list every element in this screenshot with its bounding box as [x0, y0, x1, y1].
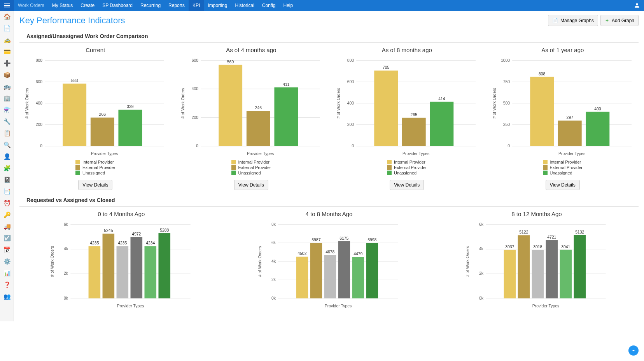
bar[interactable] — [219, 65, 242, 146]
bar[interactable] — [63, 84, 86, 146]
sidebar-icon-18[interactable]: 🚚 — [4, 223, 10, 230]
sidebar-icon-1[interactable]: 📄 — [4, 25, 10, 32]
view-details-button[interactable]: View Details — [234, 180, 268, 190]
sidebar-icon-15[interactable]: 📑 — [4, 188, 10, 195]
svg-text:0: 0 — [196, 144, 198, 148]
bar[interactable] — [366, 243, 378, 298]
plus-icon: ＋ — [605, 17, 609, 24]
legend-item[interactable]: Unassigned — [231, 171, 271, 175]
legend-item[interactable]: Internal Provider — [231, 160, 271, 164]
legend-item[interactable]: External Provider — [75, 165, 115, 170]
svg-text:0: 0 — [352, 144, 354, 148]
sidebar-icon-21[interactable]: ⚙️ — [4, 258, 10, 265]
add-graph-button[interactable]: ＋ Add Graph — [600, 15, 639, 26]
bar[interactable] — [532, 250, 544, 298]
bar[interactable] — [560, 250, 572, 298]
user-icon[interactable] — [630, 3, 644, 8]
bar[interactable] — [296, 257, 308, 298]
bar[interactable] — [558, 120, 581, 146]
sidebar-icon-4[interactable]: ➕ — [4, 60, 10, 67]
nav-item-importing[interactable]: Importing — [204, 0, 231, 11]
svg-text:# of Work Orders: # of Work Orders — [180, 88, 185, 119]
nav-item-my-status[interactable]: My Status — [48, 0, 77, 11]
sidebar-icon-0[interactable]: 🏠 — [4, 13, 10, 20]
nav-item-historical[interactable]: Historical — [231, 0, 258, 11]
bar[interactable] — [246, 111, 270, 146]
legend-item[interactable]: Unassigned — [387, 171, 427, 175]
bar[interactable] — [91, 118, 114, 146]
legend-item[interactable]: Internal Provider — [543, 160, 583, 164]
bar[interactable] — [518, 235, 530, 298]
bar[interactable] — [274, 87, 298, 146]
bar[interactable] — [338, 241, 350, 298]
bar[interactable] — [402, 118, 426, 146]
bar[interactable] — [158, 233, 170, 298]
sidebar-icon-23[interactable]: ❓ — [4, 281, 10, 288]
sidebar-icon-10[interactable]: 📋 — [4, 130, 10, 137]
sidebar-icon-16[interactable]: ⏰ — [4, 200, 10, 207]
chart-legend: Internal ProviderExternal ProviderUnassi… — [75, 160, 115, 175]
legend-item[interactable]: Unassigned — [543, 171, 583, 175]
nav-item-reports[interactable]: Reports — [164, 0, 189, 11]
bar[interactable] — [324, 255, 336, 298]
sidebar-icon-2[interactable]: 🚕 — [4, 37, 10, 44]
svg-text:583: 583 — [71, 78, 78, 83]
legend-item[interactable]: External Provider — [543, 165, 583, 170]
nav-item-help[interactable]: Help — [280, 0, 297, 11]
sidebar-icon-20[interactable]: 📅 — [4, 246, 10, 253]
bar[interactable] — [530, 77, 554, 146]
nav-item-create[interactable]: Create — [77, 0, 98, 11]
sidebar-icon-7[interactable]: 🏢 — [4, 95, 10, 102]
manage-graphs-button[interactable]: 📄 Manage Graphs — [548, 15, 598, 26]
view-details-button[interactable]: View Details — [390, 180, 424, 190]
bar[interactable] — [131, 237, 143, 298]
bar[interactable] — [310, 243, 322, 298]
sidebar-icon-13[interactable]: 🧩 — [4, 165, 10, 172]
view-details-button[interactable]: View Details — [546, 180, 580, 190]
svg-text:Provider Types: Provider Types — [91, 152, 118, 156]
sidebar-icon-9[interactable]: 🔧 — [4, 118, 10, 125]
nav-item-kpi[interactable]: KPI — [189, 0, 204, 11]
bar[interactable] — [430, 102, 453, 146]
bar[interactable] — [574, 235, 586, 298]
nav-item-sp-dashboard[interactable]: SP Dashboard — [98, 0, 136, 11]
bar[interactable] — [145, 246, 157, 298]
bar[interactable] — [352, 257, 364, 298]
chart-card: 8 to 12 Months Ago0k2k4k6k# of Work Orde… — [435, 208, 639, 310]
view-details-button[interactable]: View Details — [78, 180, 112, 190]
legend-label: Unassigned — [550, 171, 572, 175]
bar[interactable] — [89, 246, 101, 298]
bar[interactable] — [117, 246, 129, 298]
sidebar-icon-11[interactable]: 🔍 — [4, 141, 10, 148]
sidebar-icon-6[interactable]: 🚌 — [4, 83, 10, 90]
sidebar-icon-8[interactable]: ⚗️ — [4, 106, 10, 113]
nav-item-work-orders[interactable]: Work Orders — [14, 0, 48, 11]
bar[interactable] — [504, 250, 516, 298]
bar[interactable] — [118, 110, 142, 146]
svg-text:0: 0 — [40, 144, 42, 148]
bar[interactable] — [546, 240, 558, 298]
chart-title: Current — [86, 47, 105, 53]
legend-swatch-icon — [231, 165, 236, 170]
legend-item[interactable]: Unassigned — [75, 171, 115, 175]
hamburger-menu-icon[interactable] — [0, 0, 14, 11]
sidebar-icon-17[interactable]: 🔑 — [4, 211, 10, 218]
sidebar-icon-14[interactable]: 📓 — [4, 176, 10, 183]
bar[interactable] — [103, 234, 115, 298]
nav-item-recurring[interactable]: Recurring — [136, 0, 164, 11]
sidebar-icon-12[interactable]: 👤 — [4, 153, 10, 160]
legend-item[interactable]: External Provider — [231, 165, 271, 170]
svg-text:6175: 6175 — [340, 236, 348, 241]
bar[interactable] — [586, 112, 609, 146]
sidebar-icon-22[interactable]: 📊 — [4, 270, 10, 277]
sidebar-icon-3[interactable]: 💳 — [4, 48, 10, 55]
legend-item[interactable]: Internal Provider — [75, 160, 115, 164]
nav-item-config[interactable]: Config — [258, 0, 280, 11]
sidebar-icon-24[interactable]: 👥 — [4, 293, 10, 300]
legend-item[interactable]: Internal Provider — [387, 160, 427, 164]
sidebar-icon-19[interactable]: ☑️ — [4, 235, 10, 242]
legend-item[interactable]: External Provider — [387, 165, 427, 170]
svg-text:6k: 6k — [64, 222, 68, 227]
sidebar-icon-5[interactable]: 📦 — [4, 72, 10, 78]
bar[interactable] — [374, 71, 398, 146]
